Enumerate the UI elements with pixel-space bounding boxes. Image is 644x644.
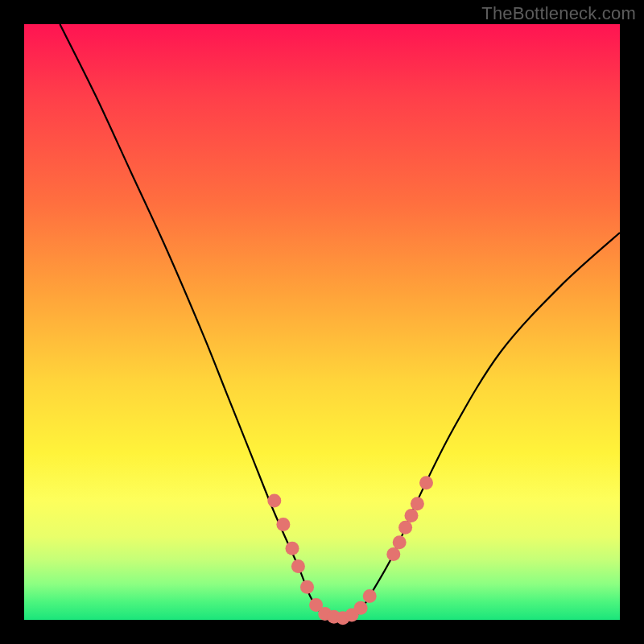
curve-svg [24, 24, 620, 620]
marker-dot [363, 589, 377, 603]
marker-dot [267, 494, 281, 508]
chart-frame: TheBottleneck.com [0, 0, 644, 644]
bottleneck-curve [60, 24, 620, 621]
watermark-text: TheBottleneck.com [481, 3, 636, 24]
marker-dots [267, 476, 433, 625]
marker-dot [405, 509, 419, 522]
marker-dot [386, 547, 400, 561]
marker-dot [419, 476, 433, 489]
marker-dot [393, 535, 407, 549]
marker-dot [300, 580, 314, 594]
plot-area [24, 24, 620, 620]
marker-dot [398, 521, 412, 535]
marker-dot [276, 518, 290, 531]
marker-dot [286, 542, 299, 555]
marker-dot [291, 559, 305, 573]
marker-dot [354, 601, 368, 615]
marker-dot [411, 497, 424, 510]
